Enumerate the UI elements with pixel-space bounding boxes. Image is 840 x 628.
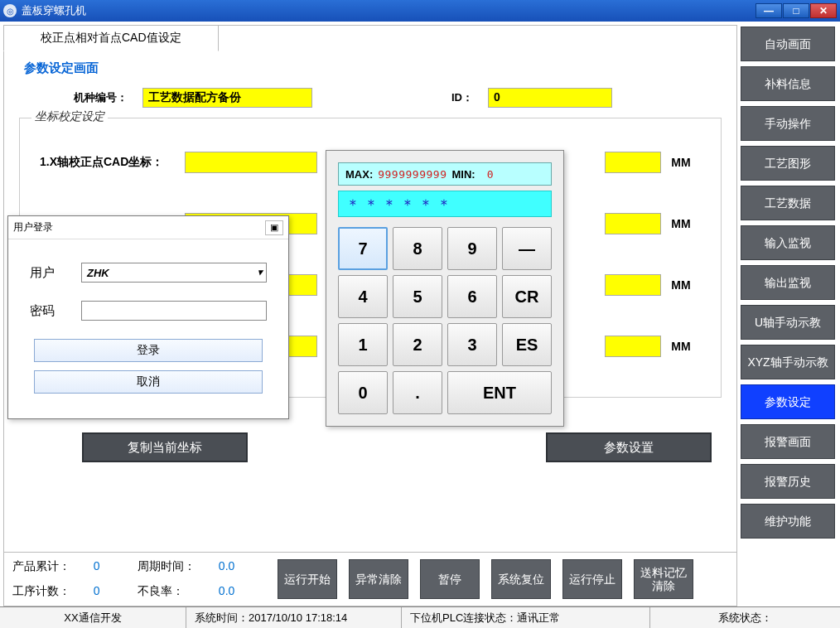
fieldset-legend: 坐标校定设定: [31, 109, 108, 124]
keypad-input[interactable]: ＊＊＊＊＊＊: [338, 191, 552, 217]
user-select[interactable]: ZHK ▾: [81, 263, 267, 283]
prod-total-value: 0: [94, 559, 119, 574]
maximize-button[interactable]: □: [783, 3, 809, 18]
side-xyz-teach[interactable]: XYZ轴手动示教: [741, 345, 835, 379]
status-comm: XX通信开发: [0, 607, 186, 628]
side-maintenance[interactable]: 维护功能: [741, 504, 835, 539]
coord2-input-b[interactable]: [605, 213, 661, 234]
key-3[interactable]: 3: [447, 323, 497, 366]
password-label: 密码: [30, 303, 70, 319]
op-run-start[interactable]: 运行开始: [278, 559, 337, 599]
login-title-text: 用户登录: [13, 220, 53, 234]
min-label: MIN:: [452, 168, 476, 181]
user-select-value: ZHK: [87, 267, 109, 279]
login-button[interactable]: 登录: [34, 339, 263, 362]
op-sys-reset[interactable]: 系统复位: [491, 559, 551, 599]
key-minus[interactable]: —: [502, 227, 552, 270]
chevron-down-icon: ▾: [258, 267, 263, 278]
proc-count-label: 工序计数：: [12, 584, 90, 599]
app-icon: ◎: [3, 4, 17, 17]
copy-coord-button[interactable]: 复制当前坐标: [82, 432, 248, 462]
keypad-grid: 7 8 9 — 4 5 6 CR 1 2 3 ES 0 . ENT: [338, 227, 552, 414]
key-6[interactable]: 6: [447, 275, 497, 318]
prod-total-label: 产品累计：: [12, 559, 90, 574]
side-alarm-view[interactable]: 报警画面: [741, 424, 835, 459]
side-process-data[interactable]: 工艺数据: [741, 186, 835, 220]
coord1-input-a[interactable]: [185, 152, 317, 173]
keypad-range: MAX: 9999999999 MIN: 0: [338, 162, 552, 186]
key-2[interactable]: 2: [393, 323, 442, 366]
side-nav: 自动画面 补料信息 手动操作 工艺图形 工艺数据 输入监视 输出监视 U轴手动示…: [741, 22, 840, 606]
key-es[interactable]: ES: [502, 323, 552, 366]
cycle-label: 周期时间：: [138, 559, 215, 574]
status-sys: 系统状态：: [650, 607, 840, 628]
max-value: 9999999999: [378, 168, 447, 181]
side-auto[interactable]: 自动画面: [741, 27, 835, 61]
key-cr[interactable]: CR: [502, 275, 552, 318]
key-4[interactable]: 4: [338, 275, 388, 318]
side-output-mon[interactable]: 输出监视: [741, 265, 835, 300]
side-param-set[interactable]: 参数设定: [741, 384, 835, 419]
model-label: 机种编号：: [74, 90, 128, 105]
cycle-value: 0.0: [219, 559, 254, 574]
login-dialog-title[interactable]: 用户登录 ▣: [8, 216, 288, 239]
cancel-button[interactable]: 取消: [34, 370, 263, 394]
status-plc: 下位机PLC连接状态：通讯正常: [402, 607, 650, 628]
coord1-unit: MM: [661, 156, 701, 169]
coord4-input-b[interactable]: [605, 336, 661, 357]
op-clear-error[interactable]: 异常清除: [349, 559, 408, 599]
side-manual[interactable]: 手动操作: [741, 106, 835, 141]
op-pause[interactable]: 暂停: [420, 559, 480, 599]
side-input-mon[interactable]: 输入监视: [741, 225, 835, 260]
key-1[interactable]: 1: [338, 323, 388, 366]
coord3-input-b[interactable]: [605, 274, 661, 296]
side-process-graph[interactable]: 工艺图形: [741, 146, 835, 181]
login-close-icon[interactable]: ▣: [265, 220, 283, 235]
op-feed-clear[interactable]: 送料记忆清除: [634, 559, 693, 599]
coord3-unit: MM: [661, 278, 701, 292]
key-7[interactable]: 7: [338, 227, 388, 270]
id-input[interactable]: 0: [488, 88, 612, 108]
side-feed-info[interactable]: 补料信息: [741, 66, 835, 101]
defect-label: 不良率：: [138, 584, 215, 599]
key-0[interactable]: 0: [338, 371, 388, 414]
window-title: 盖板穿螺孔机: [22, 3, 756, 18]
key-9[interactable]: 9: [447, 227, 497, 270]
coord1-label: 1.X轴校正点CAD坐标：: [40, 155, 185, 170]
section-title: 参数设定画面: [24, 60, 725, 76]
param-set-button[interactable]: 参数设置: [546, 432, 712, 462]
password-input[interactable]: [81, 301, 267, 321]
id-label: ID：: [451, 90, 473, 105]
key-dot[interactable]: .: [393, 371, 442, 414]
tab-calibration[interactable]: 校正点相对首点CAD值设定: [3, 25, 219, 51]
op-run-stop[interactable]: 运行停止: [562, 559, 622, 599]
max-label: MAX:: [345, 168, 373, 181]
keypad-dialog: MAX: 9999999999 MIN: 0 ＊＊＊＊＊＊ 7 8 9 — 4 …: [326, 150, 564, 427]
main-panel: 校正点相对首点CAD值设定 参数设定画面 机种编号： 工艺数据配方备份 ID： …: [3, 25, 737, 606]
login-dialog: 用户登录 ▣ 用户 ZHK ▾ 密码 登录: [7, 215, 289, 419]
user-label: 用户: [30, 265, 70, 281]
key-ent[interactable]: ENT: [447, 371, 552, 414]
defect-value: 0.0: [219, 584, 254, 599]
key-8[interactable]: 8: [393, 227, 442, 270]
side-u-teach[interactable]: U轴手动示教: [741, 305, 835, 340]
min-value: 0: [487, 168, 494, 181]
close-button[interactable]: ✕: [810, 3, 837, 18]
key-5[interactable]: 5: [393, 275, 442, 318]
status-bar: XX通信开发 系统时间：2017/10/10 17:18:14 下位机PLC连接…: [0, 606, 840, 628]
window-titlebar: ◎ 盖板穿螺孔机 — □ ✕: [0, 0, 840, 22]
proc-count-value: 0: [94, 584, 119, 599]
coord2-unit: MM: [661, 217, 701, 230]
side-alarm-history[interactable]: 报警历史: [741, 464, 835, 499]
coord1-input-b[interactable]: [605, 152, 661, 173]
status-time: 系统时间：2017/10/10 17:18:14: [186, 607, 402, 628]
coord4-unit: MM: [661, 340, 701, 353]
model-input[interactable]: 工艺数据配方备份: [142, 88, 312, 108]
bottom-strip: 产品累计： 0 周期时间： 0.0 工序计数： 0 不良率： 0.0 运行开始 …: [4, 552, 736, 606]
minimize-button[interactable]: —: [756, 3, 782, 18]
